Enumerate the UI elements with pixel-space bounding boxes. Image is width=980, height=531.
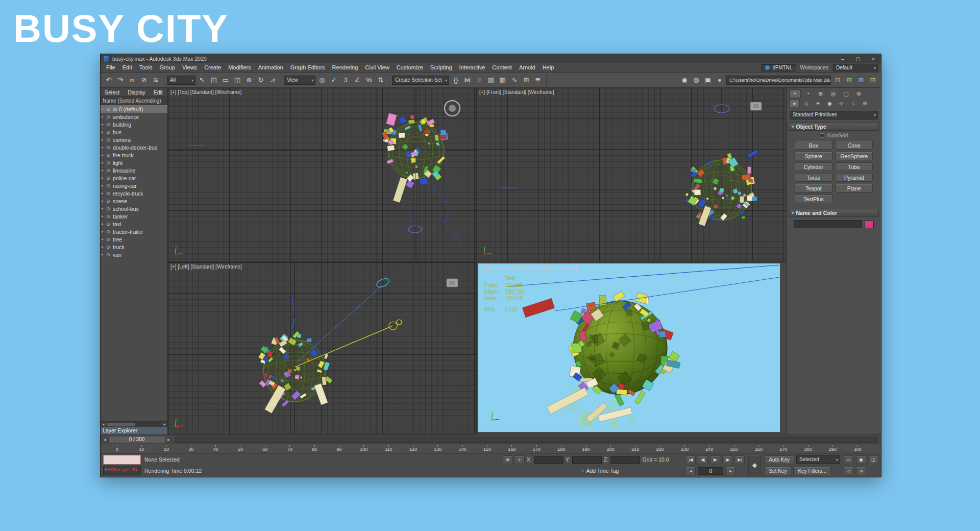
pan-viewport-icon[interactable]: ⊞ xyxy=(856,467,866,475)
explorer-row-van[interactable]: ▸ ⊙ ▤ van xyxy=(101,251,167,258)
expand-caret-icon[interactable]: ▸ xyxy=(102,191,106,196)
teapot-button[interactable]: Teapot xyxy=(795,184,832,192)
go-to-end-button[interactable]: ▶| xyxy=(734,455,745,464)
viewport-front-label[interactable]: [+] [Front] [Standard] [Wireframe] xyxy=(479,89,554,95)
ribbon-toggle-icon[interactable]: ▦ xyxy=(497,75,508,86)
maxscript-mini-listener[interactable]: MAXScript Mi xyxy=(103,466,141,475)
select-and-rotate-icon[interactable]: ↻ xyxy=(255,75,266,86)
key-mode-toggle[interactable]: ◆ xyxy=(748,455,761,475)
expand-caret-icon[interactable]: ▸ xyxy=(102,137,106,142)
helpers-category[interactable]: ⊹ xyxy=(836,100,847,107)
slider-left-arrow[interactable]: ◂ xyxy=(102,437,108,442)
geometry-category[interactable]: ● xyxy=(789,100,800,107)
export-icon[interactable]: ⊞ xyxy=(844,75,855,86)
selection-filter-dropdown[interactable]: All xyxy=(167,76,195,85)
menubar-item[interactable]: File xyxy=(103,63,119,72)
visibility-eye-icon[interactable]: ⊙ xyxy=(106,237,113,242)
bind-to-space-warp-icon[interactable]: ≋ xyxy=(150,75,161,86)
scene-explorer-toggle-icon[interactable]: ≣ xyxy=(532,75,544,86)
sphere-button[interactable]: Sphere xyxy=(795,152,832,160)
visibility-eye-icon[interactable]: ⊙ xyxy=(106,183,113,188)
timeline-ruler[interactable]: 0102030405060708090100110120130140150160… xyxy=(101,444,881,453)
viewport-camera[interactable]: [+] [Camera001] [Standard] [Edged Faces]… xyxy=(477,262,786,435)
expand-caret-icon[interactable]: ▸ xyxy=(102,245,106,249)
menubar-item[interactable]: Group xyxy=(156,63,179,72)
time-slider-handle[interactable]: 0 / 300 xyxy=(108,436,165,443)
visibility-eye-icon[interactable]: ⊙ xyxy=(106,160,113,165)
material-editor-icon[interactable]: ◉ xyxy=(679,75,690,86)
time-slider-track[interactable] xyxy=(175,437,877,443)
visibility-eye-icon[interactable]: ⊙ xyxy=(106,145,113,150)
select-and-link-icon[interactable]: ∞ xyxy=(127,75,138,86)
viewport-left[interactable]: [+] [Left] [Standard] [Wireframe] xyxy=(168,262,477,435)
window-titlebar[interactable]: busy-city.max - Autodesk 3ds Max 2020 – … xyxy=(101,54,881,63)
explorer-row-bus[interactable]: ▸ ⊙ ▤ bus xyxy=(101,128,167,136)
menubar-item[interactable]: Views xyxy=(179,63,201,72)
scrollbar-thumb[interactable] xyxy=(107,423,135,426)
menubar-item[interactable]: Animation xyxy=(255,63,287,72)
explorer-row-tanker[interactable]: ▸ ⊙ ▤ tanker xyxy=(101,212,167,220)
layout-tabs-icon[interactable]: ▣ xyxy=(856,455,866,464)
scroll-right-icon[interactable]: ▸ xyxy=(162,422,167,426)
scroll-left-icon[interactable]: ◂ xyxy=(101,422,106,426)
expand-caret-icon[interactable]: ▸ xyxy=(102,183,106,188)
workspaces-dropdown[interactable]: Default xyxy=(833,64,878,71)
explorer-row-fire-truck[interactable]: ▸ ⊙ ▤ fire-truck xyxy=(101,151,167,159)
visibility-eye-icon[interactable]: ⊙ xyxy=(106,137,113,142)
visibility-eye-icon[interactable]: ⊙ xyxy=(106,214,113,219)
schematic-view-icon[interactable]: ⊞ xyxy=(521,75,532,86)
viewport-top[interactable]: [+] [Top] [Standard] [Wireframe] xyxy=(168,88,477,262)
box-button[interactable]: Box xyxy=(795,141,832,150)
motion-tab[interactable]: ◎ xyxy=(827,89,839,98)
undo-icon[interactable]: ↶ xyxy=(103,75,114,86)
minimize-button[interactable]: – xyxy=(835,54,850,63)
select-and-manipulate-icon[interactable]: ✓ xyxy=(328,75,339,86)
visibility-eye-icon[interactable]: ⊙ xyxy=(106,130,113,135)
visibility-eye-icon[interactable]: ⊙ xyxy=(106,252,113,257)
previous-frame-button[interactable]: ◀| xyxy=(698,455,708,464)
maximize-button[interactable]: ▢ xyxy=(850,54,866,63)
autogrid-checkbox[interactable] xyxy=(820,133,824,138)
visibility-eye-icon[interactable]: ⊙ xyxy=(106,229,113,234)
redo-icon[interactable]: ↷ xyxy=(115,75,126,86)
edit-named-selection-sets-icon[interactable]: {} xyxy=(450,75,461,86)
visibility-eye-icon[interactable]: ⊙ xyxy=(106,199,113,204)
window-crossing-toggle-icon[interactable]: ◫ xyxy=(232,75,243,86)
menubar-item[interactable]: Edit xyxy=(119,63,136,72)
viewport-camera-label[interactable]: [+] [Camera001] [Standard] [Edged Faces] xyxy=(481,266,577,271)
set-key-button[interactable]: Set Key xyxy=(764,467,791,475)
object-name-input[interactable] xyxy=(794,220,862,228)
viewport-front[interactable]: [+] [Front] [Standard] [Wireframe] xyxy=(477,88,786,262)
name-and-color-rollout[interactable]: ▾ Name and Color xyxy=(789,209,879,217)
explorer-row-light[interactable]: ▸ ⊙ ▤ light xyxy=(101,159,167,166)
explorer-row-camera[interactable]: ▸ ⊙ ▤ camera xyxy=(101,136,167,143)
scene-explorer-menu[interactable]: Display xyxy=(124,88,149,96)
explorer-row-taxi[interactable]: ▸ ⊙ ▤ taxi xyxy=(101,220,167,228)
visibility-eye-icon[interactable]: ⊙ xyxy=(106,122,113,127)
menubar-item[interactable]: Arnold xyxy=(516,63,539,72)
explorer-row-tractor-trailer[interactable]: ▸ ⊙ ▤ tractor-trailer xyxy=(101,228,167,235)
explorer-row-double-decker-bus[interactable]: ▸ ⊙ ▤ double-decker-bus xyxy=(101,143,167,151)
menubar-item[interactable]: Graph Editors xyxy=(287,63,329,72)
isolate-selection-icon[interactable]: ◫ xyxy=(868,455,878,464)
object-type-rollout[interactable]: ▾ Object Type xyxy=(789,123,879,131)
expand-caret-icon[interactable]: ▸ xyxy=(102,206,106,211)
explorer-row-police-car[interactable]: ▸ ⊙ ▤ police-car xyxy=(101,174,167,182)
select-and-scale-icon[interactable]: ⊿ xyxy=(267,75,278,86)
unlink-selection-icon[interactable]: ⊘ xyxy=(138,75,150,86)
visibility-eye-icon[interactable]: ⊙ xyxy=(106,176,113,181)
explorer-row-racing-car[interactable]: ▸ ⊙ ▤ racing-car xyxy=(101,182,167,189)
pyramid-button[interactable]: Pyramid xyxy=(836,173,873,182)
reference-coordinate-dropdown[interactable]: View xyxy=(284,76,315,85)
expand-caret-icon[interactable]: ▸ xyxy=(102,114,106,119)
menubar-item[interactable]: Rendering xyxy=(329,63,362,72)
tube-button[interactable]: Tube xyxy=(836,162,873,171)
explorer-horizontal-scrollbar[interactable]: ◂ ▸ xyxy=(101,421,167,427)
frame-spin-left[interactable]: ◂ xyxy=(685,467,696,475)
render-setup-icon[interactable]: ◍ xyxy=(691,75,702,86)
layer-manager-icon[interactable]: ▥ xyxy=(485,75,497,86)
import-icon[interactable]: ⊟ xyxy=(832,75,843,86)
current-frame-input[interactable]: 0 xyxy=(698,467,723,475)
selection-lock-toggle[interactable]: ⊠ xyxy=(503,455,513,464)
frame-spin-right[interactable]: ▸ xyxy=(725,467,736,475)
